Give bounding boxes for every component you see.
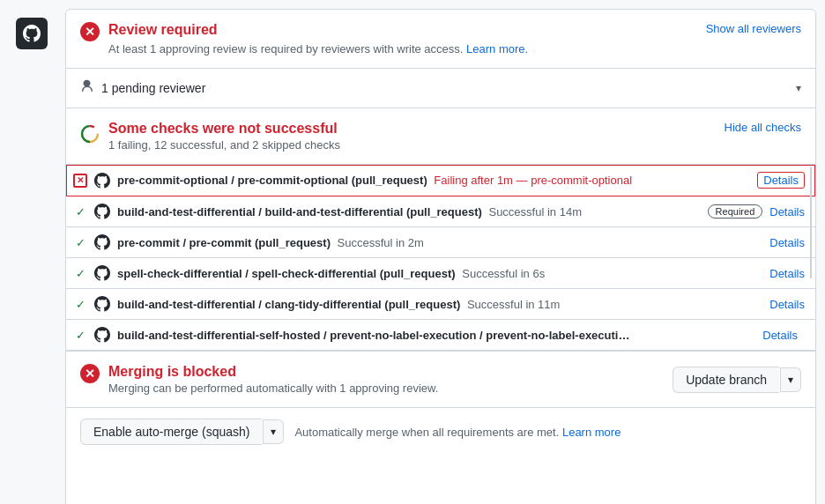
github-actions-icon — [94, 296, 110, 312]
merge-description: Merging can be performed automatically w… — [108, 382, 664, 395]
github-actions-icon — [94, 327, 110, 343]
github-actions-icon — [94, 173, 110, 189]
review-section-content: Review required At least 1 approving rev… — [108, 22, 697, 56]
error-icon: ✕ — [80, 22, 100, 41]
check-name: spell-check-differential / spell-check-d… — [117, 267, 762, 280]
check-details-link[interactable]: Details — [769, 267, 805, 280]
chevron-down-icon: ▾ — [788, 374, 793, 386]
update-branch-button[interactable]: Update branch — [673, 367, 779, 393]
merge-actions: Update branch ▾ — [673, 367, 801, 393]
check-row: ✓ build-and-test-differential-self-hoste… — [66, 320, 815, 351]
checks-title: Some checks were not successful — [108, 121, 716, 137]
check-status-text: Failing after 1m — pre-commit-optional — [434, 174, 632, 187]
check-details-link[interactable]: Details — [757, 172, 805, 189]
review-learn-more-link[interactable]: Learn more. — [466, 42, 528, 56]
check-row: ✓ build-and-test-differential / clang-ti… — [66, 289, 815, 320]
check-row: ✕ pre-commit-optional / pre-commit-optio… — [66, 165, 815, 196]
checks-status-icon — [80, 124, 100, 144]
review-required-section: ✕ Review required At least 1 approving r… — [66, 10, 815, 69]
review-title: Review required — [108, 22, 218, 38]
auto-merge-btn-group: Enable auto-merge (squash) ▾ — [80, 419, 284, 445]
check-details-link[interactable]: Details — [762, 329, 798, 342]
review-section-header: Review required — [108, 22, 697, 38]
checks-section: Some checks were not successful 1 failin… — [66, 108, 815, 165]
check-row: ✓ build-and-test-differential / build-an… — [66, 196, 815, 227]
chevron-down-icon: ▾ — [796, 82, 801, 94]
user-icon — [80, 79, 94, 97]
check-status-text: Successful in 2m — [338, 236, 424, 249]
main-panel: ✕ Review required At least 1 approving r… — [65, 9, 816, 504]
check-name: build-and-test-differential / clang-tidy… — [117, 298, 762, 311]
checks-section-content: Some checks were not successful 1 failin… — [108, 121, 716, 152]
check-status-text: Successful in 14m — [488, 205, 582, 219]
chevron-down-icon: ▾ — [271, 426, 276, 438]
check-name: build-and-test-differential-self-hosted … — [117, 329, 755, 342]
auto-merge-dropdown-button[interactable]: ▾ — [263, 419, 284, 444]
check-fail-icon: ✕ — [73, 174, 87, 188]
show-all-reviewers-link[interactable]: Show all reviewers — [706, 22, 801, 35]
check-success-icon: ✓ — [73, 297, 87, 311]
merge-title: Merging is blocked — [108, 364, 664, 380]
enable-auto-merge-button[interactable]: Enable auto-merge (squash) — [80, 419, 262, 445]
auto-merge-learn-more-link[interactable]: Learn more — [562, 426, 621, 439]
check-row: ✓ pre-commit / pre-commit (pull_request)… — [66, 227, 815, 258]
merge-error-icon: ✕ — [80, 364, 100, 383]
merge-blocked-section: ✕ Merging is blocked Merging can be perf… — [66, 352, 815, 408]
check-details-link[interactable]: Details — [769, 236, 805, 249]
check-status-text: Successful in 6s — [462, 267, 545, 280]
hide-all-checks-link[interactable]: Hide all checks — [725, 121, 801, 134]
check-success-icon: ✓ — [73, 266, 87, 280]
check-name: pre-commit-optional / pre-commit-optiona… — [117, 174, 750, 187]
checks-list: ✕ pre-commit-optional / pre-commit-optio… — [66, 165, 815, 352]
auto-merge-description: Automatically merge when all requirement… — [294, 426, 621, 439]
review-description: At least 1 approving review is required … — [108, 42, 528, 56]
check-details-link[interactable]: Details — [769, 205, 805, 219]
github-actions-icon — [94, 265, 110, 281]
pending-reviewer-row[interactable]: 1 pending reviewer ▾ — [66, 69, 815, 108]
github-actions-icon — [94, 204, 110, 219]
sidebar — [9, 9, 55, 504]
check-row: ✓ spell-check-differential / spell-check… — [66, 258, 815, 289]
update-branch-dropdown-button[interactable]: ▾ — [780, 367, 801, 392]
merge-section-content: Merging is blocked Merging can be perfor… — [108, 364, 664, 395]
check-success-icon: ✓ — [73, 235, 87, 249]
scrollbar[interactable] — [808, 165, 814, 351]
pending-reviewer-text: 1 pending reviewer — [101, 81, 789, 95]
github-logo[interactable] — [16, 18, 48, 49]
check-name: pre-commit / pre-commit (pull_request) S… — [117, 236, 762, 249]
check-details-link[interactable]: Details — [769, 298, 805, 311]
check-success-icon: ✓ — [73, 204, 87, 219]
checks-description: 1 failing, 12 successful, and 2 skipped … — [108, 138, 716, 152]
check-status-text: Successful in 11m — [467, 298, 561, 311]
check-success-icon: ✓ — [73, 328, 87, 342]
check-name: build-and-test-differential / build-and-… — [117, 205, 701, 219]
required-badge: Required — [708, 204, 763, 219]
auto-merge-section: Enable auto-merge (squash) ▾ Automatical… — [66, 408, 815, 456]
github-actions-icon — [94, 234, 110, 250]
